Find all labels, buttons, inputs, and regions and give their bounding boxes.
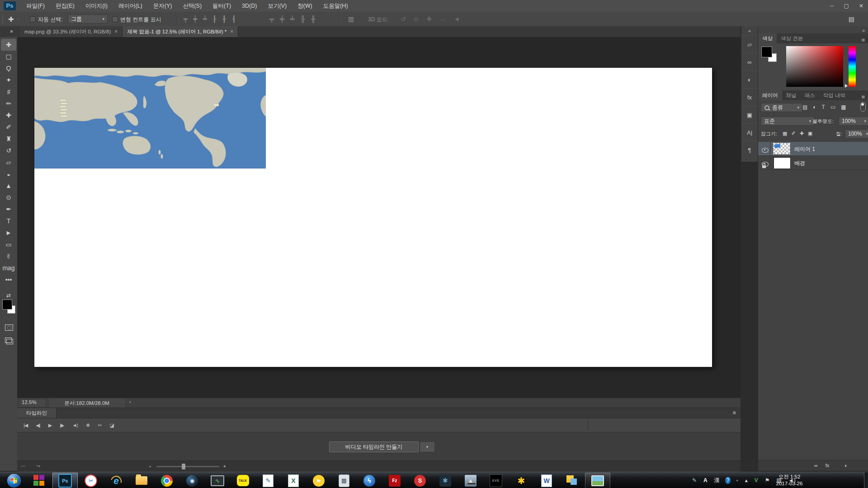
menubar-item[interactable]: 보기(V) bbox=[262, 0, 292, 12]
document-canvas[interactable] bbox=[34, 68, 712, 367]
transition-button[interactable]: ◪ bbox=[109, 422, 113, 428]
help-badge-icon[interactable]: ? bbox=[725, 477, 731, 484]
calculator-icon[interactable]: ▦ bbox=[332, 473, 356, 488]
minimize-button[interactable]: ─ bbox=[830, 3, 834, 9]
expand-panels-icon[interactable]: « bbox=[748, 28, 751, 33]
word-icon[interactable]: W bbox=[534, 473, 559, 488]
workspace-switcher-icon[interactable]: ▤ bbox=[849, 16, 854, 22]
options-grip[interactable] bbox=[2, 14, 5, 24]
distribute-top-edges-icon[interactable]: ╤ bbox=[269, 16, 274, 22]
audio-toggle-button[interactable]: ◄) bbox=[72, 422, 78, 428]
3d-panel-icon[interactable]: ▣ bbox=[741, 106, 758, 123]
photo-viewer-icon[interactable] bbox=[585, 473, 610, 488]
color-themes-panel-icon[interactable]: ▱ bbox=[741, 35, 758, 53]
layer-visibility-toggle[interactable] bbox=[762, 148, 769, 153]
blend-mode-dropdown[interactable]: 표준▾ bbox=[761, 117, 814, 126]
tab-layers[interactable]: 레이어 bbox=[758, 90, 782, 100]
align-bottom-edges-icon[interactable]: ┷ bbox=[203, 16, 207, 22]
menubar-item[interactable]: 도움말(H) bbox=[318, 0, 354, 12]
layer-row-background[interactable]: 배경 bbox=[758, 156, 868, 170]
filezilla-icon[interactable]: Fz bbox=[382, 473, 407, 488]
3d-rotate-icon[interactable]: ↺ bbox=[401, 16, 406, 22]
layer-thumbnail[interactable] bbox=[774, 157, 791, 169]
history-brush-tool[interactable]: ↺ bbox=[0, 145, 17, 156]
lasso-tool[interactable]: Ǫ bbox=[0, 62, 17, 74]
tab-channels[interactable]: 채널 bbox=[782, 90, 801, 100]
lock-position-icon[interactable]: ✚ bbox=[800, 131, 804, 136]
timeline-zoom-slider[interactable] bbox=[156, 466, 220, 467]
snowflake-app-icon[interactable]: ✻ bbox=[433, 473, 458, 488]
colorful-blocks-app-icon[interactable] bbox=[27, 473, 52, 488]
color-picker-field[interactable] bbox=[786, 46, 843, 87]
hue-slider[interactable] bbox=[849, 46, 856, 87]
ime-pen-icon[interactable]: ✎ bbox=[691, 477, 698, 484]
distribute-left-edges-icon[interactable]: ╟ bbox=[301, 16, 305, 22]
layers-panel-menu-icon[interactable]: ≡ bbox=[861, 94, 868, 100]
layer-filter-dropdown[interactable]: 종류 ▾ bbox=[761, 103, 802, 112]
file-explorer-icon[interactable] bbox=[129, 473, 154, 488]
filter-pixel-layers-icon[interactable]: ▤ bbox=[802, 104, 807, 110]
media-player-app-icon[interactable]: ▶ bbox=[307, 473, 331, 488]
paragraph-panel-icon[interactable]: ¶ bbox=[741, 141, 758, 159]
taskbar-clock[interactable]: 오전 1:52 2017-03-26 bbox=[771, 474, 807, 487]
first-frame-button[interactable]: |◀ bbox=[24, 422, 28, 428]
v3-antivirus-icon[interactable]: V bbox=[753, 477, 760, 484]
slider-thumb[interactable] bbox=[182, 464, 185, 469]
clone-stamp-tool[interactable]: ♜ bbox=[0, 133, 17, 145]
document-tab[interactable]: 제목 없음-1 @ 12.5% (레이어 1, RGB/8#) * × bbox=[123, 26, 238, 37]
timeline-type-dropdown[interactable]: ▾ bbox=[420, 441, 435, 452]
internet-explorer-icon[interactable]: e bbox=[104, 473, 128, 488]
tool-preset-chevron-icon[interactable]: ▿ bbox=[17, 17, 19, 21]
filter-smart-objects-icon[interactable]: ▩ bbox=[841, 104, 846, 110]
show-desktop-button[interactable] bbox=[864, 472, 868, 488]
menubar-item[interactable]: 필터(T) bbox=[207, 0, 236, 12]
styles-panel-icon[interactable]: fx bbox=[741, 88, 758, 106]
zoom-tool[interactable]: mag bbox=[0, 262, 17, 274]
collapse-panels-icon[interactable]: » bbox=[862, 28, 865, 33]
photoshop-app-icon[interactable]: Ps bbox=[52, 473, 78, 488]
menubar-item[interactable]: 선택(S) bbox=[177, 0, 207, 12]
start-button[interactable] bbox=[2, 473, 26, 488]
align-top-edges-icon[interactable]: ┯ bbox=[184, 16, 187, 22]
3d-pan-icon[interactable]: ✚ bbox=[426, 16, 432, 22]
status-chevron-icon[interactable]: › bbox=[129, 399, 131, 404]
tab-close-icon[interactable]: × bbox=[114, 28, 118, 35]
foreground-color-swatch[interactable] bbox=[3, 300, 12, 309]
hue-slider-thumb[interactable] bbox=[845, 84, 848, 88]
next-frame-button[interactable]: |▶ bbox=[60, 422, 64, 428]
layer-filter-toggle[interactable] bbox=[860, 102, 866, 112]
menubar-item[interactable]: 레이어(L) bbox=[113, 0, 148, 12]
tab-close-icon[interactable]: × bbox=[230, 28, 233, 35]
window-tray-icon[interactable]: ▫ bbox=[735, 477, 739, 484]
foreground-color-swatch[interactable] bbox=[762, 47, 772, 57]
quick-selection-tool[interactable]: ✦ bbox=[0, 74, 17, 86]
eyedropper-tool[interactable]: ✏ bbox=[0, 98, 17, 109]
shuttle-icon[interactable]: ↪ bbox=[36, 463, 40, 469]
screen-capture-app-icon[interactable]: ✂ bbox=[79, 473, 103, 488]
filter-type-layers-icon[interactable]: T bbox=[822, 104, 825, 110]
type-tool[interactable]: T bbox=[0, 215, 17, 227]
distribute-horizontal-centers-icon[interactable]: ╫ bbox=[311, 16, 316, 22]
align-vertical-centers-icon[interactable]: ┿ bbox=[193, 16, 197, 22]
eve-online-icon[interactable]: EVE bbox=[484, 473, 508, 488]
layer-thumbnail[interactable] bbox=[774, 143, 790, 154]
create-video-timeline-button[interactable]: 비디오 타임라인 만들기 bbox=[329, 441, 419, 452]
screen-mode-button[interactable] bbox=[6, 338, 13, 346]
show-hidden-icons-button[interactable]: ▴ bbox=[744, 477, 749, 484]
rectangular-marquee-tool[interactable]: ▢ bbox=[0, 51, 17, 62]
edit-toolbar-button[interactable]: ••• bbox=[0, 274, 17, 286]
layer-name[interactable]: 배경 bbox=[794, 160, 805, 167]
layer-effects-icon[interactable]: fx bbox=[826, 463, 830, 468]
steam-icon[interactable]: ◉ bbox=[180, 473, 204, 488]
adjustments-panel-icon[interactable]: ◐ bbox=[741, 70, 758, 88]
lightning-app-icon[interactable]: ϟ bbox=[357, 473, 382, 488]
chrome-icon[interactable] bbox=[155, 473, 179, 488]
brush-tool[interactable]: ✐ bbox=[0, 121, 17, 133]
excel-icon[interactable]: X bbox=[281, 473, 306, 488]
kakaotalk-icon[interactable]: TALK bbox=[231, 473, 255, 488]
filter-shape-layers-icon[interactable]: ▭ bbox=[830, 104, 835, 110]
timeline-settings-button[interactable]: ✻ bbox=[86, 422, 90, 428]
3d-roll-icon[interactable]: ⊙ bbox=[414, 16, 419, 22]
blur-tool[interactable]: ▲ bbox=[0, 180, 17, 192]
sailing-ship-game-icon[interactable]: ▲ bbox=[458, 473, 483, 488]
